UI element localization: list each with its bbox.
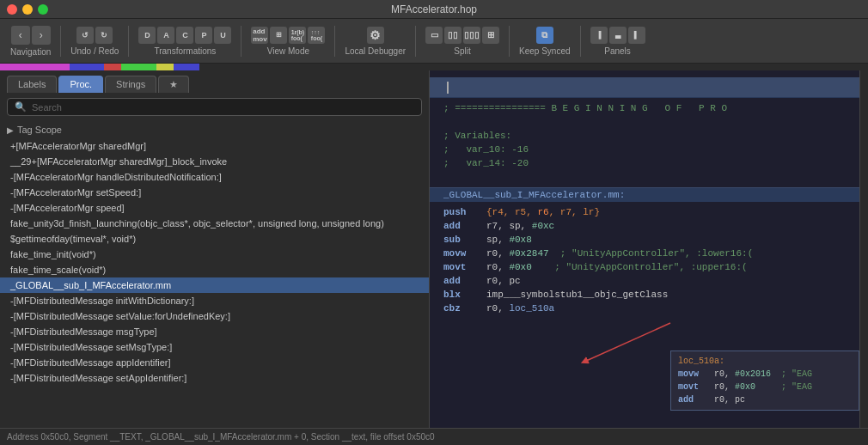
list-item[interactable]: -[MFDistributedMessage initWithDictionar… <box>0 293 429 308</box>
view-mode-icon[interactable]: addmov <box>251 27 268 44</box>
list-item[interactable]: -[MFDistributedMessage appIdentifier] <box>0 355 429 370</box>
back-button[interactable]: ‹ <box>11 26 30 45</box>
instr-add1: add r7, sp, #0xc <box>443 219 854 233</box>
function-list[interactable]: +[MFAcceleratorMgr sharedMgr] __29+[MFAc… <box>0 138 429 428</box>
instr-movw: movw r0, #0x2847 ; "UnityAppController",… <box>443 247 854 260</box>
panels-label: Panels <box>604 46 631 56</box>
list-item[interactable]: +[MFAcceleratorMgr sharedMgr] <box>0 138 429 154</box>
navigation-label: Navigation <box>10 47 51 57</box>
tab-starred[interactable]: ★ <box>158 76 189 93</box>
right-panel: ; ================ B E G I N N I N G O F… <box>430 70 868 428</box>
func-header: _GLOBAL__sub_I_MFAccelerator.mm: <box>430 187 868 202</box>
view-graph-icon[interactable]: ↑↑↑foo( <box>308 27 325 44</box>
tab-labels[interactable]: Labels <box>7 76 57 93</box>
svg-line-0 <box>584 323 670 362</box>
split-single-icon[interactable]: ▭ <box>425 27 443 44</box>
instr-blx: blx imp___symbolstub1__objc_getClass <box>443 288 854 302</box>
list-item[interactable]: -[MFAcceleratorMgr handleDistributedNoti… <box>0 169 429 185</box>
right-scrollbar[interactable] <box>859 70 868 428</box>
view-hex-icon[interactable]: 1r(b)foo( <box>289 27 306 44</box>
split-group[interactable]: ▭ ▯▯ ▯▯▯ ⊞ Split <box>420 23 504 59</box>
split-icons: ▭ ▯▯ ▯▯▯ ⊞ <box>425 27 499 44</box>
list-item[interactable]: -[MFDistributedMessage setAppIdentifier:… <box>0 370 429 386</box>
mini-comment-movw: ; "EAG <box>781 368 812 381</box>
mnemonic-movw: movw <box>443 247 486 260</box>
undo-redo-group[interactable]: ↺ ↻ Undo / Redo <box>65 23 124 59</box>
split-triple-icon[interactable]: ▯▯▯ <box>463 27 480 44</box>
code-view[interactable]: ; ================ B E G I N N I N G O F… <box>430 70 868 428</box>
view-mode-group[interactable]: addmov ⊞ 1r(b)foo( ↑↑↑foo( View Mode <box>246 23 330 59</box>
tab-strings[interactable]: Strings <box>105 76 156 93</box>
transform-p-icon[interactable]: P <box>195 27 212 44</box>
debugger-icon[interactable]: ⚙ <box>367 27 384 44</box>
operand-movw: r0, #0x2847 <box>486 247 560 260</box>
mini-mnemonic-movw: movw <box>678 368 714 381</box>
undo-redo-label: Undo / Redo <box>70 46 119 56</box>
mini-label-line: loc_510a: <box>678 355 852 368</box>
undo-icon[interactable]: ↺ <box>76 27 94 44</box>
maximize-button[interactable] <box>38 4 48 15</box>
toolbar: ‹ › Navigation ↺ ↻ Undo / Redo D A C P U… <box>0 19 868 64</box>
transform-d-icon[interactable]: D <box>138 27 156 44</box>
keep-synced-icon[interactable]: ⧉ <box>536 27 553 44</box>
panel-right-icon[interactable]: ▌ <box>628 27 645 44</box>
code-line-var2: ; var_14: -20 <box>443 156 854 170</box>
list-item[interactable]: -[MFDistributedMessage msgType] <box>0 324 429 339</box>
operand-cbz: r0, loc_510a <box>486 302 554 315</box>
search-input-wrap[interactable]: 🔍 <box>7 98 422 116</box>
redo-icon[interactable]: ↻ <box>95 27 113 44</box>
tag-scope[interactable]: ▶ Tag Scope <box>0 121 429 138</box>
transformations-group[interactable]: D A C P U Transformations <box>133 23 236 59</box>
pb-seg-6 <box>174 64 199 70</box>
search-bar: 🔍 <box>0 93 429 121</box>
code-line-vars-header: ; Variables: <box>443 129 854 143</box>
transform-u-icon[interactable]: U <box>214 27 231 44</box>
local-debugger-group[interactable]: ⚙ Local Debugger <box>339 23 411 59</box>
list-item[interactable]: fake_time_init(void*) <box>0 247 429 262</box>
keep-synced-group[interactable]: ⧉ Keep Synced <box>514 23 576 59</box>
mini-operand-movt: r0, #0x0 <box>714 381 781 393</box>
split-quad-icon[interactable]: ⊞ <box>482 27 499 44</box>
window-title: MFAccelerator.hop <box>391 3 477 15</box>
list-item-selected[interactable]: _GLOBAL__sub_I_MFAccelerator.mm <box>0 277 429 293</box>
pb-seg-2 <box>70 64 104 70</box>
transform-c-icon[interactable]: C <box>176 27 193 44</box>
list-item[interactable]: __29+[MFAcceleratorMgr sharedMgr]_block_… <box>0 154 429 169</box>
comment-movw: ; "UnityAppController", :lower16:(⁠ <box>560 247 753 260</box>
mnemonic-cbz: cbz <box>443 302 486 315</box>
view-table-icon[interactable]: ⊞ <box>270 27 287 44</box>
list-item[interactable]: fake_unity3d_finish_launching(objc_class… <box>0 216 429 231</box>
panels-group[interactable]: ▐ ▃ ▌ Panels <box>585 23 651 59</box>
search-input[interactable] <box>32 102 414 113</box>
divider-2 <box>128 26 129 57</box>
list-item[interactable]: -[MFDistributedMessage setValue:forUndef… <box>0 308 429 324</box>
list-item[interactable]: -[MFAcceleratorMgr speed] <box>0 200 429 216</box>
mini-mnemonic-movt: movt <box>678 381 714 393</box>
mini-operand-add: r0, pc <box>714 393 745 406</box>
close-button[interactable] <box>7 4 17 15</box>
mini-instr-movt: movt r0, #0x0 ; "EAG <box>678 381 852 393</box>
pb-seg-rest <box>199 64 868 70</box>
panel-bottom-icon[interactable]: ▃ <box>609 27 627 44</box>
divider-7 <box>580 26 581 57</box>
debugger-icons: ⚙ <box>367 27 384 44</box>
list-item[interactable]: $gettimeofday(timeval*, void*) <box>0 231 429 247</box>
list-item[interactable]: fake_time_scale(void*) <box>0 262 429 277</box>
list-item[interactable]: -[MFAcceleratorMgr setSpeed:] <box>0 185 429 200</box>
navigation-group[interactable]: ‹ › Navigation <box>5 22 56 60</box>
operand-add2: r0, pc <box>486 274 521 288</box>
mnemonic-add2: add <box>443 274 486 288</box>
minimize-button[interactable] <box>22 4 33 15</box>
tab-proc[interactable]: Proc. <box>58 76 103 93</box>
left-panel: Labels Proc. Strings ★ 🔍 ▶ Tag Scope +[M… <box>0 70 430 428</box>
code-line-beginning: ; ================ B E G I N N I N G O F… <box>443 101 854 115</box>
main-content: Labels Proc. Strings ★ 🔍 ▶ Tag Scope +[M… <box>0 70 868 428</box>
transform-a-icon[interactable]: A <box>157 27 174 44</box>
list-item[interactable]: -[MFDistributedMessage setMsgType:] <box>0 339 429 355</box>
panel-left-icon[interactable]: ▐ <box>590 27 608 44</box>
operand-blx: imp___symbolstub1__objc_getClass <box>486 288 668 302</box>
code-block-instructions: push {r4, r5, r6, r7, lr} add r7, sp, #0… <box>430 202 868 319</box>
nav-buttons: ‹ › <box>11 26 51 45</box>
forward-button[interactable]: › <box>32 26 51 45</box>
split-dual-icon[interactable]: ▯▯ <box>444 27 462 44</box>
